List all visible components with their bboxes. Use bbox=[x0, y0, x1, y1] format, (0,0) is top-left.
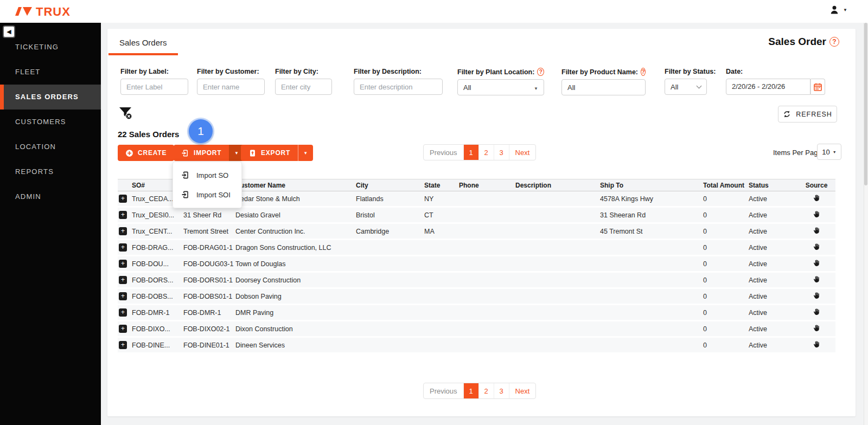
help-icon[interactable] bbox=[641, 68, 646, 76]
expand-row-button[interactable]: + bbox=[119, 308, 127, 317]
refresh-label: REFRESH bbox=[796, 111, 832, 118]
export-button[interactable]: EXPORT bbox=[241, 145, 313, 161]
expand-row-button[interactable]: + bbox=[119, 341, 127, 349]
filter-product-name-text: Filter by Product Name: bbox=[561, 68, 638, 76]
expand-row-button[interactable]: + bbox=[119, 292, 127, 300]
sidebar-item-reports[interactable]: REPORTS bbox=[0, 159, 101, 184]
filter-customer-input[interactable] bbox=[197, 79, 265, 95]
selected-value: All bbox=[463, 83, 471, 92]
filter-plant-location-text: Filter by Plant Location: bbox=[457, 68, 534, 76]
menu-item-import-soi[interactable]: Import SOI bbox=[173, 185, 241, 204]
expand-row-button[interactable]: + bbox=[119, 276, 127, 284]
menu-item-import-so[interactable]: Import SO bbox=[173, 165, 241, 185]
menu-item-label: Import SO bbox=[196, 171, 228, 179]
menu-item-label: Import SOI bbox=[196, 191, 231, 199]
scrollbar-thumb[interactable] bbox=[864, 23, 867, 185]
tab-active-underline bbox=[108, 53, 178, 55]
topbar: TRUX ▼ bbox=[0, 0, 868, 23]
pagination-previous[interactable]: Previous bbox=[424, 383, 463, 398]
export-dropdown-toggle[interactable] bbox=[298, 145, 313, 161]
filter-status-select[interactable]: All bbox=[665, 79, 707, 95]
filter-city-caption: Filter by City: bbox=[275, 68, 332, 75]
import-label: IMPORT bbox=[194, 149, 221, 157]
items-per-page-value: 10 bbox=[822, 148, 829, 156]
date-range-field[interactable]: 2/20/26 - 2/20/26 bbox=[726, 79, 810, 95]
scrollbar[interactable] bbox=[864, 23, 868, 425]
hand-icon bbox=[813, 340, 820, 348]
sidebar-item-admin[interactable]: ADMIN bbox=[0, 184, 101, 209]
trux-logo: TRUX bbox=[15, 5, 71, 19]
user-icon bbox=[829, 4, 840, 15]
chevron-down-icon: ▼ bbox=[843, 8, 847, 12]
filter-date-caption: Date: bbox=[726, 68, 825, 75]
filter-label-input[interactable] bbox=[120, 79, 188, 95]
col-status: Status bbox=[749, 182, 797, 189]
expand-row-button[interactable]: + bbox=[119, 243, 127, 252]
main-area: Sales Orders Sales Order Filter by Label… bbox=[101, 23, 868, 425]
page-title-text: Sales Order bbox=[768, 36, 826, 48]
calendar-icon bbox=[814, 83, 822, 91]
filter-plant-location-select[interactable]: All bbox=[457, 79, 544, 95]
expand-row-button[interactable]: + bbox=[119, 211, 127, 219]
import-button[interactable]: IMPORT bbox=[174, 145, 244, 161]
file-import-icon bbox=[181, 149, 189, 157]
col-phone: Phone bbox=[459, 182, 515, 189]
items-per-page-select[interactable]: 10 bbox=[817, 144, 841, 160]
pagination-page-2[interactable]: 2 bbox=[478, 383, 494, 398]
clear-filters-button[interactable] bbox=[118, 106, 133, 123]
user-menu[interactable]: ▼ bbox=[829, 4, 847, 15]
pagination-page-3[interactable]: 3 bbox=[494, 145, 509, 160]
sidebar-item-sales-orders[interactable]: SALES ORDERS bbox=[0, 85, 101, 110]
items-per-page-label: Items Per Page bbox=[773, 149, 822, 157]
caret-down-icon bbox=[534, 83, 538, 92]
sales-orders-count: 22 Sales Orders bbox=[118, 130, 179, 139]
export-label: EXPORT bbox=[261, 149, 290, 157]
filter-description-input[interactable] bbox=[354, 79, 443, 95]
filter-description: Filter by Description: bbox=[354, 68, 443, 95]
pagination-page-2[interactable]: 2 bbox=[478, 145, 494, 160]
sidebar-item-fleet[interactable]: FLEET bbox=[0, 60, 101, 85]
pagination-next[interactable]: Next bbox=[509, 383, 536, 398]
page-title: Sales Order bbox=[768, 36, 839, 48]
pagination-page-3[interactable]: 3 bbox=[494, 383, 509, 398]
filter-status-caption: Filter by Status: bbox=[665, 68, 707, 75]
table-row: + Trux_DESI0... 31 Sheer Rd Desiato Grav… bbox=[118, 208, 835, 224]
create-button[interactable]: CREATE bbox=[118, 145, 174, 161]
help-icon[interactable] bbox=[537, 68, 544, 76]
sidebar: ◀ TICKETING FLEET SALES ORDERS CUSTOMERS… bbox=[0, 23, 101, 425]
sidebar-item-customers[interactable]: CUSTOMERS bbox=[0, 110, 101, 134]
filter-product-name-input[interactable] bbox=[561, 79, 646, 95]
pagination-next[interactable]: Next bbox=[509, 145, 536, 160]
trux-logo-icon bbox=[15, 7, 33, 17]
table-row: + Trux_CENT... Tremont Street Center Con… bbox=[118, 224, 835, 240]
hand-icon bbox=[813, 308, 820, 315]
calendar-button[interactable] bbox=[810, 79, 825, 95]
expand-row-button[interactable]: + bbox=[119, 325, 127, 333]
expand-row-button[interactable]: + bbox=[119, 195, 127, 203]
chevron-down-icon bbox=[697, 83, 702, 88]
expand-row-button[interactable]: + bbox=[119, 260, 127, 268]
refresh-button[interactable]: REFRESH bbox=[778, 106, 837, 123]
expand-row-button[interactable]: + bbox=[119, 227, 127, 235]
file-export-icon bbox=[248, 149, 257, 157]
pagination-page-1[interactable]: 1 bbox=[463, 383, 478, 398]
col-state: State bbox=[424, 182, 459, 189]
filter-city-input[interactable] bbox=[275, 79, 332, 95]
file-import-icon bbox=[181, 190, 190, 199]
hand-icon bbox=[813, 227, 820, 234]
sales-orders-card: Sales Orders Sales Order Filter by Label… bbox=[107, 29, 856, 416]
col-total-amount: Total Amount bbox=[703, 182, 749, 189]
sidebar-item-ticketing[interactable]: TICKETING bbox=[0, 35, 101, 60]
pagination-page-1[interactable]: 1 bbox=[463, 145, 478, 160]
help-icon[interactable] bbox=[829, 37, 839, 47]
hand-icon bbox=[813, 292, 820, 299]
tab-sales-orders[interactable]: Sales Orders bbox=[119, 38, 167, 47]
pagination-previous[interactable]: Previous bbox=[424, 145, 463, 160]
table-row: + FOB-DINE... FOB-DINE01-1 Dineen Servic… bbox=[118, 338, 835, 354]
sidebar-nav: TICKETING FLEET SALES ORDERS CUSTOMERS L… bbox=[0, 35, 101, 209]
filter-city: Filter by City: bbox=[275, 68, 332, 95]
table-row: + FOB-DOBS... FOB-DOBS01-1 Dobson Paving… bbox=[118, 289, 835, 305]
sidebar-item-location[interactable]: LOCATION bbox=[0, 134, 101, 159]
filter-product-name: Filter by Product Name: bbox=[561, 68, 646, 95]
pagination-bottom: Previous 1 2 3 Next bbox=[423, 383, 536, 399]
